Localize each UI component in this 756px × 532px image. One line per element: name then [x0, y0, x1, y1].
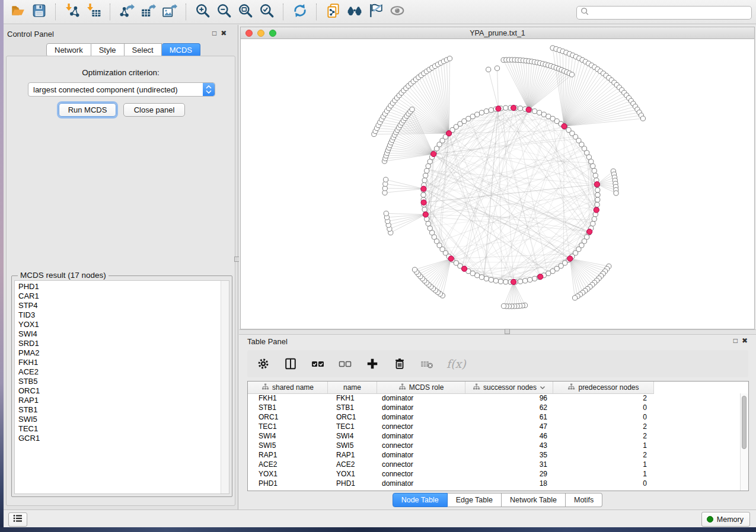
mcds-result-item[interactable]: SRD1: [15, 339, 221, 348]
mcds-result-item[interactable]: ACE2: [15, 367, 221, 377]
mcds-result-item[interactable]: YOX1: [15, 320, 221, 329]
control-panel-tab-style[interactable]: Style: [91, 43, 125, 57]
mcds-result-item[interactable]: TEC1: [15, 424, 221, 434]
close-panel-icon[interactable]: ✖: [742, 337, 748, 344]
open-session-button[interactable]: [7, 2, 28, 22]
main-toolbar: [4, 0, 756, 24]
zoom-in-icon: [195, 3, 210, 21]
table-cell: 35: [465, 450, 553, 460]
table-tab-network-table[interactable]: Network Table: [502, 493, 566, 507]
table-cell: YOX1: [248, 469, 328, 479]
mcds-result-item[interactable]: SWI5: [15, 415, 221, 424]
table-tab-node-table[interactable]: Node Table: [393, 493, 448, 507]
table-cell: STB1: [328, 403, 377, 412]
control-panel-tab-network[interactable]: Network: [46, 43, 91, 57]
select-all-button[interactable]: [310, 356, 326, 371]
run-mcds-button[interactable]: Run MCDS: [59, 103, 116, 117]
control-panel-tab-select[interactable]: Select: [125, 43, 162, 57]
mcds-result-item[interactable]: ORC1: [15, 386, 221, 396]
apply-preferred-layout-button[interactable]: [289, 2, 311, 22]
search-input[interactable]: [589, 8, 748, 18]
table-row[interactable]: SWI5SWI5connector431: [248, 441, 741, 450]
add-column-button[interactable]: [365, 356, 380, 371]
table-tab-motifs[interactable]: Motifs: [566, 493, 602, 507]
table-cell: 0: [553, 479, 654, 488]
float-panel-icon[interactable]: □: [212, 30, 216, 37]
export-table-button[interactable]: [138, 2, 159, 22]
delete-table-button[interactable]: [419, 356, 435, 371]
scrollbar-thumb[interactable]: [742, 396, 747, 449]
table-row[interactable]: PHD1PHD1dominator180: [248, 479, 741, 488]
network-window-title: YPA_prune.txt_1: [241, 29, 754, 37]
mcds-result-item[interactable]: CAR1: [15, 291, 221, 301]
mcds-result-item[interactable]: TID3: [15, 310, 221, 320]
table-row[interactable]: YOX1YOX1connector291: [248, 469, 741, 479]
task-history-button[interactable]: [8, 512, 27, 527]
table-row[interactable]: SWI4SWI4dominator462: [248, 431, 741, 441]
zoom-out-button[interactable]: [213, 2, 235, 22]
control-panel-title: Control Panel: [7, 30, 54, 39]
import-network-button[interactable]: [62, 2, 83, 22]
criterion-select[interactable]: largest connected component (undirected): [28, 82, 215, 97]
mcds-list-scrollbar[interactable]: [221, 281, 229, 493]
column-header-successor-nodes[interactable]: successor nodes: [465, 382, 553, 393]
mcds-result-item[interactable]: STB5: [15, 377, 221, 386]
import-table-button[interactable]: [83, 2, 104, 22]
save-session-button[interactable]: [28, 2, 50, 22]
table-row[interactable]: ORC1ORC1dominator610: [248, 412, 741, 422]
table-tab-edge-table[interactable]: Edge Table: [448, 493, 502, 507]
mcds-result-item[interactable]: RAP1: [15, 396, 221, 405]
table-cell: PHD1: [328, 479, 377, 488]
deselect-all-button[interactable]: [337, 356, 353, 371]
network-column-icon: [567, 383, 575, 392]
fit-content-button[interactable]: [235, 2, 256, 22]
show-columns-button[interactable]: [283, 356, 298, 371]
delete-column-button[interactable]: [392, 356, 407, 371]
table-row[interactable]: ACE2ACE2connector311: [248, 460, 741, 469]
zoom-in-button[interactable]: [192, 2, 213, 22]
network-canvas[interactable]: [240, 39, 755, 329]
column-header-MCDS-role[interactable]: MCDS role: [377, 382, 465, 393]
mcds-result-item[interactable]: SWI4: [15, 329, 221, 339]
node-table[interactable]: shared namenameMCDS rolesuccessor nodesp…: [247, 381, 749, 491]
table-row[interactable]: STB1STB1dominator620: [248, 403, 741, 412]
column-header-name[interactable]: name: [328, 382, 377, 393]
mcds-result-item[interactable]: FKH1: [15, 358, 221, 367]
table-row[interactable]: TEC1TEC1connector472: [248, 422, 741, 431]
new-network-from-selection-button[interactable]: [323, 2, 344, 22]
mcds-result-item[interactable]: STB1: [15, 405, 221, 415]
export-image-button[interactable]: [159, 2, 180, 22]
table-cell: dominator: [377, 393, 465, 403]
mcds-result-item[interactable]: PHD1: [15, 282, 221, 291]
float-panel-icon[interactable]: □: [733, 337, 738, 344]
criterion-selected-value: largest connected component (undirected): [28, 85, 203, 94]
mcds-result-item[interactable]: GCR1: [15, 434, 221, 443]
show-all-button[interactable]: [387, 2, 408, 22]
table-row[interactable]: FKH1FKH1dominator962: [248, 393, 741, 403]
memory-button[interactable]: Memory: [701, 512, 750, 527]
node-table-header-row: shared namenameMCDS rolesuccessor nodesp…: [248, 382, 654, 394]
network-window-titlebar[interactable]: YPA_prune.txt_1: [240, 27, 755, 39]
mcds-result-list[interactable]: PHD1CAR1STP4TID3YOX1SWI4SRD1PMA2FKH1ACE2…: [14, 280, 229, 494]
function-builder-button[interactable]: f(x): [446, 357, 466, 370]
column-header-shared-name[interactable]: shared name: [248, 382, 328, 393]
zoom-selected-button[interactable]: [256, 2, 277, 22]
table-cell: 47: [465, 422, 553, 431]
control-panel-tab-mcds[interactable]: MCDS: [162, 43, 200, 57]
table-cell: STB1: [248, 403, 328, 412]
close-panel-button[interactable]: Close panel: [123, 103, 185, 117]
search-box[interactable]: [576, 6, 752, 20]
mcds-result-item[interactable]: STP4: [15, 301, 221, 310]
mcds-result-item[interactable]: PMA2: [15, 348, 221, 358]
node-table-scrollbar[interactable]: [740, 393, 748, 491]
column-header-predecessor-nodes[interactable]: predecessor nodes: [553, 382, 654, 393]
table-cell: dominator: [377, 403, 465, 412]
table-panel-header: Table Panel □ ✖: [239, 334, 756, 350]
hide-selected-button[interactable]: [365, 2, 387, 22]
export-network-button[interactable]: [116, 2, 138, 22]
close-panel-icon[interactable]: ✖: [221, 30, 227, 37]
node-table-rows: FKH1FKH1dominator962STB1STB1dominator620…: [248, 393, 741, 491]
first-neighbors-button[interactable]: [344, 2, 365, 22]
table-row[interactable]: RAP1RAP1dominator352: [248, 450, 741, 460]
table-options-gear-button[interactable]: [256, 356, 271, 371]
